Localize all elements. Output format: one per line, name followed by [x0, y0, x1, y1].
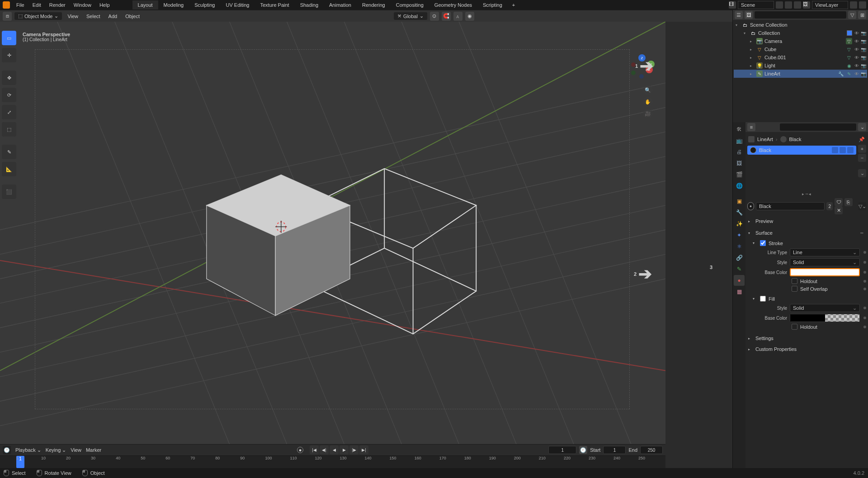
workspace-layout[interactable]: Layout [132, 0, 158, 9]
material-new-button[interactable]: ⎘ [844, 198, 853, 206]
material-unlink-button[interactable]: ✕ [835, 206, 843, 214]
disclosure-icon[interactable]: ▾ [744, 31, 748, 35]
outliner-item-cube001[interactable]: ▸ ▽ Cube.001 ▽ 👁📷 [734, 53, 867, 62]
workspace-uv[interactable]: UV Editing [220, 0, 255, 9]
snap-icon[interactable]: 🧲 [442, 12, 451, 21]
prop-tab-object[interactable]: ▣ [734, 196, 745, 207]
material-name-input[interactable] [756, 202, 825, 210]
animate-dot-icon[interactable] [863, 251, 866, 254]
workspace-add-button[interactable]: + [508, 0, 519, 9]
material-slot-list[interactable] [747, 156, 856, 192]
animate-dot-icon[interactable] [863, 307, 866, 309]
menu-render[interactable]: Render [46, 1, 69, 9]
material-browse-icon[interactable]: ● [747, 202, 754, 210]
3d-viewport[interactable]: Camera Perspective (1) Collection | Line… [0, 22, 665, 444]
tool-transform[interactable]: ⬚ [2, 122, 16, 137]
timeline-view[interactable]: View [71, 447, 81, 453]
header-select[interactable]: Select [84, 13, 103, 20]
breadcrumb-object[interactable]: LineArt [757, 137, 773, 142]
menu-edit[interactable]: Edit [29, 1, 45, 9]
panel-custom-header[interactable]: ▸ Custom Properties [747, 345, 866, 353]
workspace-modeling[interactable]: Modeling [158, 0, 189, 9]
stroke-enable-checkbox[interactable] [760, 240, 766, 246]
play-button[interactable]: ▶ [340, 445, 349, 454]
orientation-dropdown[interactable]: ⤧ Global ⌄ [394, 12, 427, 20]
mode-dropdown[interactable]: ⬚ Object Mode ⌄ [14, 12, 62, 20]
outliner-item-lineart[interactable]: ▸ ✎ LineArt 🔧 ✎ 👁📷 [734, 70, 867, 78]
menu-window[interactable]: Window [70, 1, 95, 9]
render-icon[interactable]: 📷 [861, 63, 866, 68]
snap-target-icon[interactable]: ⟑ [453, 12, 462, 21]
eye-icon[interactable]: 👁 [854, 71, 859, 76]
animate-dot-icon[interactable] [863, 271, 866, 274]
workspace-animation[interactable]: Animation [324, 0, 357, 9]
animate-dot-icon[interactable] [863, 326, 866, 328]
material-list-drag-handle[interactable]: ▸ ┉ ◂ [747, 192, 866, 196]
scene-name-field[interactable]: Scene [738, 1, 774, 9]
properties-body[interactable]: ≡ ⌄ LineArt › Black 📌 Black [745, 122, 868, 478]
editor-type-icon[interactable]: ⧈ [3, 12, 12, 21]
scene-browse-icon[interactable]: 🎞 [729, 1, 736, 9]
animate-dot-icon[interactable] [863, 261, 866, 264]
end-frame-input[interactable]: 250 [640, 446, 663, 454]
proportional-edit-icon[interactable]: ◉ [465, 12, 474, 21]
animate-dot-icon[interactable] [863, 280, 866, 283]
properties-type-icon[interactable]: ≡ [747, 123, 755, 131]
eye-icon[interactable]: 👁 [854, 30, 859, 36]
material-slot-add-button[interactable]: + [858, 145, 866, 153]
prop-tab-modifiers[interactable]: 🔧 [734, 207, 745, 218]
workspace-rendering[interactable]: Rendering [357, 0, 391, 9]
render-icon[interactable]: 📷 [861, 47, 866, 52]
render-icon[interactable]: 📷 [861, 38, 866, 44]
header-add[interactable]: Add [106, 13, 120, 20]
stroke-style-dropdown[interactable]: Solid [790, 258, 860, 266]
outliner-tree[interactable]: ▾ 🗀 Scene Collection ▾ 🗀 Collection 👁📷 ▸… [733, 20, 868, 122]
prop-tab-texture[interactable]: ▦ [734, 286, 745, 297]
outliner-item-camera[interactable]: ▸ 📷 Camera ▽ 👁📷 [734, 37, 867, 45]
panel-surface-header[interactable]: ▾ Surface ┉ [747, 228, 866, 238]
workspace-scripting[interactable]: Scripting [477, 0, 508, 9]
prop-tab-material[interactable]: ● [734, 275, 745, 286]
workspace-texture[interactable]: Texture Paint [255, 0, 294, 9]
tool-add-cube[interactable]: ⬛ [2, 185, 16, 199]
panel-preview-header[interactable]: ▸ Preview [747, 217, 866, 225]
outliner-display-icon[interactable]: 🖼 [745, 11, 753, 19]
stroke-base-color-swatch[interactable] [790, 268, 860, 276]
outliner-item-light[interactable]: ▸ 💡 Light ◉ 👁📷 [734, 62, 867, 70]
workspace-geonodes[interactable]: Geometry Nodes [429, 0, 477, 9]
prop-tab-effects[interactable]: ✨ [734, 218, 745, 229]
tool-move[interactable]: ✥ [2, 71, 16, 85]
disclosure-icon[interactable]: ▸ [750, 39, 755, 43]
scene-pin-icon[interactable] [776, 1, 783, 9]
tool-cursor[interactable]: ✛ [2, 48, 16, 62]
play-reverse-button[interactable]: ◀ [330, 445, 339, 454]
tool-annotate[interactable]: ✎ [2, 145, 16, 159]
viewlayer-browse-icon[interactable]: 🖼 [803, 1, 810, 9]
properties-search-input[interactable] [780, 123, 856, 131]
tool-select-box[interactable]: ▭ [2, 31, 16, 45]
fill-enable-checkbox[interactable] [760, 296, 766, 302]
slot-onion-icon[interactable] [832, 147, 838, 153]
header-view[interactable]: View [65, 13, 81, 20]
keyframe-next-button[interactable]: |▶ [349, 445, 359, 454]
nav-pan-icon[interactable]: ✋ [643, 97, 653, 107]
panel-settings-header[interactable]: ▸ Settings [747, 334, 866, 342]
slot-hide-icon[interactable] [840, 147, 846, 153]
keyframe-prev-button[interactable]: ◀| [320, 445, 329, 454]
eye-icon[interactable]: 👁 [854, 38, 859, 44]
prop-tab-tool[interactable]: 🛠 [734, 124, 745, 135]
tool-scale[interactable]: ⤢ [2, 105, 16, 119]
material-menu-icon[interactable]: ▽⌄ [859, 202, 866, 210]
material-fake-user-button[interactable]: 🛡 [835, 198, 843, 206]
prop-tab-viewlayer[interactable]: 🖼 [734, 158, 745, 169]
disclosure-icon[interactable]: ▸ [750, 56, 755, 60]
prop-tab-constraints[interactable]: 🔗 [734, 252, 745, 263]
nav-camera-icon[interactable]: 🎥 [643, 109, 653, 118]
material-slot-menu-button[interactable]: ⌄ [858, 169, 866, 177]
eye-icon[interactable]: 👁 [854, 63, 859, 68]
material-user-count[interactable]: 2 [826, 202, 833, 210]
animate-dot-icon[interactable] [863, 317, 866, 319]
properties-options-icon[interactable]: ⌄ [858, 123, 866, 131]
workspace-sculpting[interactable]: Sculpting [189, 0, 220, 9]
outliner-scene-collection[interactable]: ▾ 🗀 Scene Collection [734, 21, 867, 29]
